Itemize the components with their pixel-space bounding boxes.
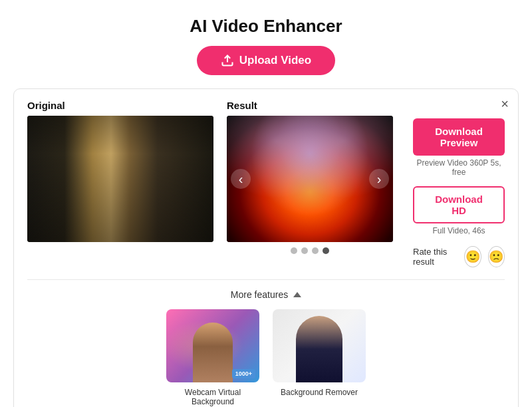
dot-1[interactable] <box>291 247 297 254</box>
hd-info: Full Video, 46s <box>413 226 505 235</box>
original-column-header: Original <box>27 100 213 112</box>
dot-2[interactable] <box>301 247 308 254</box>
dot-4[interactable] <box>323 247 329 254</box>
preview-info: Preview Video 360P 5s, free <box>413 158 505 177</box>
rate-row: Rate this result 🙂 🙁 <box>413 246 505 267</box>
feature-card-bg-remover[interactable]: Background Remover <box>273 309 366 406</box>
more-features-label: More features <box>231 289 288 300</box>
result-label: Result <box>227 100 257 111</box>
download-preview-button[interactable]: Download Preview <box>413 118 505 156</box>
feature-cards: 1000+ Webcam Virtual Background Backgrou… <box>27 309 505 406</box>
close-button[interactable]: × <box>501 97 509 110</box>
bg-remover-thumb <box>273 309 366 382</box>
result-column-header: Result <box>227 100 393 112</box>
divider <box>27 279 505 280</box>
page-title: AI Video Enhancer <box>190 16 342 37</box>
original-label: Original <box>27 100 65 111</box>
feature-card-webcam[interactable]: 1000+ Webcam Virtual Background <box>166 309 259 406</box>
action-panel: Download Preview Preview Video 360P 5s, … <box>406 116 505 267</box>
next-button[interactable]: › <box>369 169 389 189</box>
dot-3[interactable] <box>312 247 319 254</box>
original-video <box>27 116 213 242</box>
thumbs-down-button[interactable]: 🙁 <box>488 246 505 267</box>
webcam-person <box>193 323 233 382</box>
main-card: × Original Result ‹ › <box>13 88 519 407</box>
close-icon: × <box>501 96 509 111</box>
result-video-display <box>227 116 393 242</box>
content-row: ‹ › Download Preview Preview Video 360P … <box>27 116 505 267</box>
upload-video-button[interactable]: Upload Video <box>197 46 335 75</box>
thumbs-up-button[interactable]: 🙂 <box>464 246 481 267</box>
chevron-up-icon <box>293 292 301 297</box>
bg-remover-label: Background Remover <box>281 388 358 397</box>
columns-header: Original Result <box>27 100 505 112</box>
video-dots <box>227 247 393 254</box>
download-hd-button[interactable]: Download HD <box>413 186 505 223</box>
result-section: ‹ › <box>227 116 393 254</box>
more-features-row: More features <box>27 289 505 300</box>
prev-button[interactable]: ‹ <box>231 169 251 189</box>
webcam-thumb: 1000+ <box>166 309 259 382</box>
original-video-display <box>27 116 213 242</box>
upload-button-label: Upload Video <box>239 54 311 67</box>
result-video: ‹ › <box>227 116 393 242</box>
bg-remover-person <box>296 316 342 382</box>
webcam-thumb-display: 1000+ <box>166 309 259 382</box>
webcam-label: Webcam Virtual Background <box>166 388 259 406</box>
page-wrapper: AI Video Enhancer Upload Video × Origina… <box>0 0 532 407</box>
rate-label: Rate this result <box>413 247 458 267</box>
webcam-badge: 1000+ <box>232 369 255 378</box>
bg-remover-thumb-display <box>273 309 366 382</box>
upload-icon <box>221 54 234 67</box>
